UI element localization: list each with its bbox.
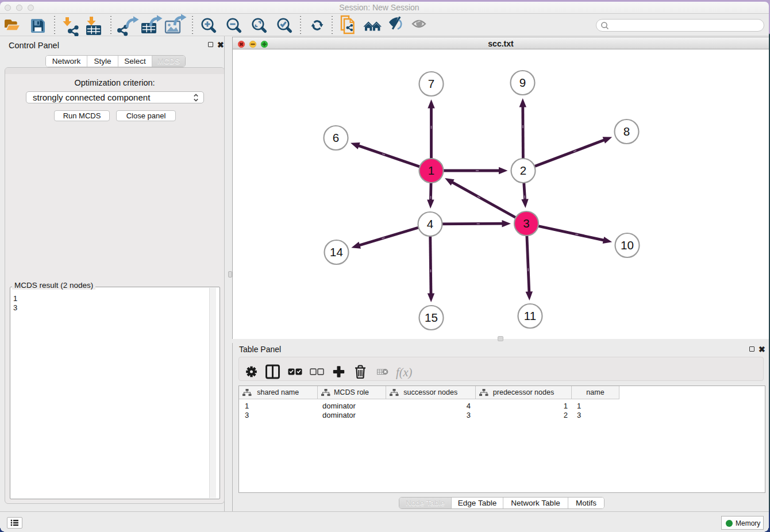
- svg-text:1: 1: [428, 164, 434, 177]
- svg-text:6: 6: [333, 131, 339, 144]
- svg-text:14: 14: [330, 245, 343, 259]
- svg-text:8: 8: [623, 125, 630, 138]
- svg-text:11: 11: [524, 309, 536, 322]
- svg-text:7: 7: [428, 77, 434, 90]
- svg-text:15: 15: [425, 311, 438, 324]
- svg-text:10: 10: [621, 238, 634, 252]
- svg-text:f(x): f(x): [396, 366, 413, 379]
- svg-text:3: 3: [523, 217, 529, 230]
- svg-text:2: 2: [520, 164, 526, 177]
- svg-text:9: 9: [519, 76, 526, 89]
- svg-text:4: 4: [427, 217, 433, 230]
